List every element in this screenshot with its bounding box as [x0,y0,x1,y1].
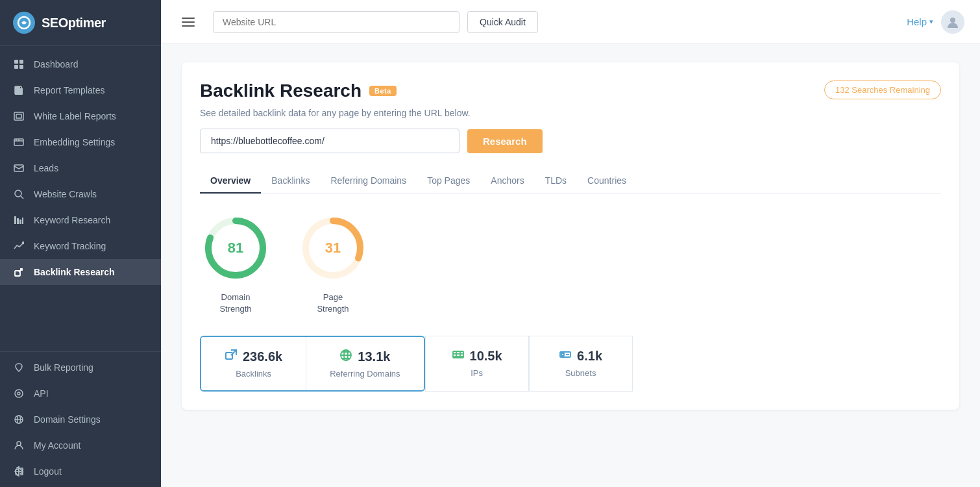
svg-point-25 [18,392,20,395]
sidebar-item-dashboard[interactable]: Dashboard [0,51,161,77]
sidebar-item-label: White Label Reports [34,111,116,121]
main-card: Backlink Research Beta 132 Searches Rema… [182,62,959,410]
svg-line-17 [21,196,23,199]
tab-overview[interactable]: Overview [200,169,261,194]
stat-referring-domains-value-row: 13.1k [339,349,390,365]
stat-referring-domains[interactable]: 13.1k Referring Domains [306,337,423,390]
quick-audit-button[interactable]: Quick Audit [467,11,538,33]
sidebar-item-label: Backlink Research [34,267,115,277]
ips-label: IPs [471,368,483,378]
svg-rect-39 [226,353,232,359]
stats-plain-group: 10.5k IPs [425,336,633,392]
domain-settings-icon [13,414,25,425]
ips-icon [452,348,465,364]
page-title: Backlink Research [200,81,361,101]
svg-rect-20 [19,219,21,224]
white-label-icon [13,110,25,122]
sidebar-item-label: Logout [34,466,62,477]
sidebar-item-domain-settings[interactable]: Domain Settings [0,406,161,432]
page-strength-donut: 31 [297,212,369,284]
svg-rect-18 [14,216,16,224]
sidebar-item-white-label-reports[interactable]: White Label Reports [0,103,161,129]
sidebar-item-label: Embedding Settings [34,137,115,147]
svg-rect-9 [14,112,23,120]
my-account-icon [13,440,25,451]
sidebar-item-keyword-research[interactable]: Keyword Research [0,207,161,233]
sidebar-item-label: Keyword Research [34,215,110,225]
hamburger-button[interactable] [177,15,200,29]
bulk-reporting-icon [13,362,25,373]
logo-icon [13,12,35,34]
referring-domains-icon [339,349,352,365]
tab-anchors[interactable]: Anchors [480,169,534,194]
sidebar-logo: SEOptimer [0,0,161,46]
api-icon [13,388,25,399]
logo-text: SEOptimer [42,16,106,31]
embedding-icon [13,136,25,148]
sidebar-item-embedding-settings[interactable]: Embedding Settings [0,129,161,155]
content-area: Backlink Research Beta 132 Searches Rema… [161,44,980,487]
stat-backlinks-value-row: 236.6k [225,349,282,365]
sidebar-bottom: Bulk Reporting API Domain Settings [0,351,161,487]
sidebar-item-api[interactable]: API [0,381,161,406]
tab-referring-domains[interactable]: Referring Domains [320,169,417,194]
sidebar-item-leads[interactable]: Leads [0,155,161,181]
svg-rect-2 [19,60,23,64]
subnets-count: 6.1k [577,349,602,364]
keyword-research-icon [13,214,25,226]
sidebar-item-my-account[interactable]: My Account [0,432,161,458]
sidebar-item-label: Keyword Tracking [34,241,106,251]
report-templates-icon [13,84,25,96]
referring-domains-label: Referring Domains [330,369,400,379]
svg-rect-19 [17,218,19,224]
tab-backlinks[interactable]: Backlinks [261,169,320,194]
stats-outer: 236.6k Backlinks [200,336,941,392]
backlinks-icon [225,349,238,365]
backlinks-label: Backlinks [236,369,271,379]
sidebar-item-keyword-tracking[interactable]: Keyword Tracking [0,233,161,259]
stat-subnets[interactable]: 6.1k Subnets [529,336,633,392]
searches-remaining: 132 Searches Remaining [824,81,941,99]
sidebar-item-website-crawls[interactable]: Website Crawls [0,181,161,207]
sidebar-item-report-templates[interactable]: Report Templates [0,77,161,103]
svg-rect-21 [22,218,23,224]
svg-point-16 [15,190,21,197]
tab-tlds[interactable]: TLDs [535,169,577,194]
keyword-tracking-icon [13,240,25,252]
dashboard-icon [13,58,25,70]
topbar-url-input[interactable] [213,11,459,33]
sidebar-item-label: Domain Settings [34,414,101,425]
svg-rect-15 [14,165,23,171]
sidebar-item-backlink-research[interactable]: Backlink Research [0,259,161,285]
svg-rect-1 [14,60,18,64]
ips-count: 10.5k [470,349,502,364]
charts-row: 81 DomainStrength 31 P [200,212,941,315]
sidebar: SEOptimer Dashboard [0,0,161,487]
user-avatar[interactable] [941,10,964,34]
sidebar-item-label: Bulk Reporting [34,362,93,373]
svg-rect-10 [16,114,21,118]
svg-rect-3 [14,65,18,69]
sidebar-item-bulk-reporting[interactable]: Bulk Reporting [0,355,161,381]
topbar: Quick Audit Help ▾ [161,0,980,44]
sidebar-item-logout[interactable]: Logout [0,458,161,484]
stat-ips[interactable]: 10.5k IPs [425,336,529,392]
sidebar-nav: Dashboard Report Templates [0,46,161,351]
help-button[interactable]: Help ▾ [907,16,933,27]
tab-top-pages[interactable]: Top Pages [417,169,480,194]
tab-countries[interactable]: Countries [577,169,637,194]
subnets-icon [559,348,572,364]
page-strength-chart: 31 PageStrength [297,212,369,315]
svg-rect-52 [561,353,564,356]
website-crawls-icon [13,188,25,200]
stat-backlinks[interactable]: 236.6k Backlinks [201,337,306,390]
page-header: Backlink Research Beta 132 Searches Rema… [200,81,941,101]
backlink-research-icon [13,266,25,278]
sidebar-item-label: Report Templates [34,85,104,95]
url-search-input[interactable] [200,129,459,153]
svg-rect-32 [16,469,19,475]
research-button[interactable]: Research [467,129,543,153]
sidebar-item-label: API [34,388,49,399]
subnets-label: Subnets [565,368,596,378]
chevron-down-icon: ▾ [929,18,933,26]
